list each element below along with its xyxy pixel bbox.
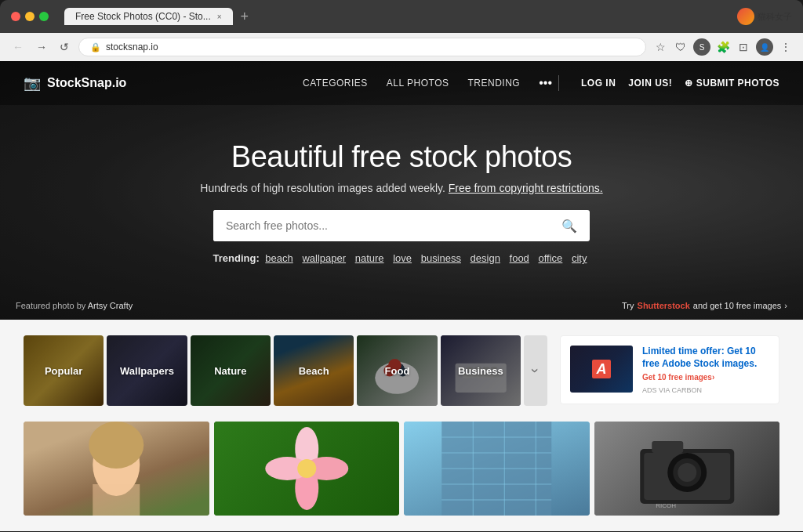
trending-office[interactable]: office bbox=[538, 252, 562, 264]
adobe-letter: A bbox=[597, 361, 607, 378]
categories-wrapper: Popular Wallpapers Nature bbox=[24, 335, 547, 422]
copyright-link[interactable]: Free from copyright restrictions. bbox=[449, 182, 603, 194]
website-content: 📷 StockSnap.io CATEGORIES ALL PHOTOS TRE… bbox=[0, 61, 803, 531]
search-input[interactable] bbox=[213, 210, 549, 241]
nav-all-photos[interactable]: ALL PHOTOS bbox=[387, 78, 449, 89]
join-button[interactable]: JOIN US! bbox=[628, 78, 672, 89]
photo-item-flower[interactable] bbox=[214, 422, 400, 516]
category-food-overlay: Food bbox=[357, 335, 437, 406]
nav-more-dots[interactable]: ••• bbox=[539, 76, 552, 90]
traffic-lights bbox=[11, 12, 49, 21]
trending-wallpaper[interactable]: wallpaper bbox=[302, 252, 346, 264]
hero-title: Beautiful free stock photos bbox=[200, 140, 602, 174]
category-nature-label: Nature bbox=[214, 365, 246, 377]
ad-label: ADS VIA CARBON bbox=[642, 386, 769, 394]
trending-love[interactable]: love bbox=[393, 252, 412, 264]
submit-photos-button[interactable]: ⊕ SUBMIT PHOTOS bbox=[685, 78, 779, 89]
browser-actions: ☆ 🛡 S 🧩 ⊡ 👤 ⋮ bbox=[652, 38, 794, 56]
hero-subtitle-text: Hundreds of high resolution images added… bbox=[200, 182, 445, 194]
trending-food[interactable]: food bbox=[510, 252, 529, 264]
svg-point-34 bbox=[678, 463, 696, 482]
bookmark-icon[interactable]: ☆ bbox=[652, 41, 668, 53]
category-beach-label: Beach bbox=[299, 365, 329, 377]
tab-close-button[interactable]: × bbox=[217, 13, 222, 21]
shutterstock-brand: Shutterstock bbox=[638, 301, 690, 310]
category-food[interactable]: Food bbox=[357, 335, 437, 406]
categories-section: Popular Wallpapers Nature bbox=[24, 335, 547, 406]
category-food-label: Food bbox=[385, 365, 410, 377]
category-popular-label: Popular bbox=[45, 365, 82, 377]
category-nature[interactable]: Nature bbox=[191, 335, 271, 406]
site-navigation: CATEGORIES ALL PHOTOS TRENDING ••• bbox=[303, 76, 552, 90]
profile-picture bbox=[737, 8, 754, 25]
refresh-button[interactable]: ↺ bbox=[56, 39, 72, 55]
svg-point-13 bbox=[89, 422, 144, 469]
new-tab-button[interactable]: + bbox=[238, 9, 253, 25]
try-offer[interactable]: Try Shutterstock and get 10 free images … bbox=[622, 301, 787, 310]
category-wallpapers[interactable]: Wallpapers bbox=[107, 335, 187, 406]
close-window-button[interactable] bbox=[11, 12, 20, 21]
search-bar: 🔍 bbox=[213, 210, 590, 241]
trending-business[interactable]: business bbox=[421, 252, 461, 264]
site-header: 📷 StockSnap.io CATEGORIES ALL PHOTOS TRE… bbox=[0, 61, 803, 105]
security-lock-icon: 🔒 bbox=[90, 42, 101, 52]
extensions-icon[interactable]: 🧩 bbox=[715, 41, 731, 53]
account-avatar[interactable]: 👤 bbox=[756, 38, 773, 56]
login-button[interactable]: LOG IN bbox=[581, 78, 616, 89]
active-tab[interactable]: Free Stock Photos (CC0) - Sto... × bbox=[64, 8, 233, 25]
more-categories-button[interactable]: › bbox=[524, 335, 547, 406]
photo-item-building[interactable] bbox=[404, 422, 590, 516]
maximize-window-button[interactable] bbox=[39, 12, 49, 21]
try-suffix: and get 10 free images bbox=[693, 301, 782, 310]
forward-button[interactable]: → bbox=[33, 39, 50, 55]
category-business-overlay: Business bbox=[441, 335, 521, 406]
nav-right: LOG IN JOIN US! ⊕ SUBMIT PHOTOS bbox=[581, 78, 779, 89]
ad-image-inner: A bbox=[570, 346, 633, 393]
category-wallpapers-label: Wallpapers bbox=[120, 365, 174, 377]
hero-content: Beautiful free stock photos Hundreds of … bbox=[200, 117, 602, 264]
cast-icon[interactable]: ⊡ bbox=[736, 41, 751, 53]
browser-toolbar: ← → ↺ 🔒 stocksnap.io ☆ 🛡 S 🧩 ⊡ 👤 ⋮ bbox=[0, 33, 803, 61]
ad-title[interactable]: Limited time offer: Get 10 free Adobe St… bbox=[642, 346, 769, 370]
search-button[interactable]: 🔍 bbox=[549, 210, 590, 241]
category-popular-overlay: Popular bbox=[24, 335, 104, 406]
ad-cta-link[interactable]: Get 10 free images› bbox=[642, 373, 769, 382]
menu-icon[interactable]: ⋮ bbox=[778, 41, 794, 53]
nav-trending[interactable]: TRENDING bbox=[468, 78, 521, 89]
back-button[interactable]: ← bbox=[9, 39, 27, 55]
shield-icon[interactable]: 🛡 bbox=[673, 41, 689, 53]
tab-title: Free Stock Photos (CC0) - Sto... bbox=[75, 11, 211, 22]
trending-beach[interactable]: beach bbox=[265, 252, 292, 264]
photo-item-woman[interactable] bbox=[24, 422, 209, 516]
trending-label: Trending: bbox=[213, 252, 260, 264]
camera-icon: 📷 bbox=[24, 74, 41, 92]
trending-city[interactable]: city bbox=[572, 252, 587, 264]
category-beach[interactable]: Beach bbox=[274, 335, 354, 406]
hero-section: 📷 StockSnap.io CATEGORIES ALL PHOTOS TRE… bbox=[0, 61, 803, 320]
category-business-label: Business bbox=[458, 365, 503, 377]
featured-author-link[interactable]: Artsy Crafty bbox=[88, 301, 133, 310]
photo-item-camera[interactable]: RICOH bbox=[594, 422, 780, 516]
svg-rect-14 bbox=[93, 484, 140, 516]
category-nature-overlay: Nature bbox=[191, 335, 271, 406]
site-logo[interactable]: 📷 StockSnap.io bbox=[24, 74, 126, 92]
browser-window: Free Stock Photos (CC0) - Sto... × + 猫科女… bbox=[0, 0, 803, 531]
tab-bar: Free Stock Photos (CC0) - Sto... × + bbox=[64, 8, 729, 25]
user-avatar[interactable]: S bbox=[693, 38, 710, 56]
try-arrow-icon: › bbox=[784, 301, 787, 310]
minimize-window-button[interactable] bbox=[25, 12, 35, 21]
svg-point-20 bbox=[297, 459, 316, 478]
trending-nature[interactable]: nature bbox=[355, 252, 384, 264]
hero-footer: Featured photo by Artsy Crafty Try Shutt… bbox=[0, 301, 803, 310]
featured-photo-credit: Featured photo by Artsy Crafty bbox=[16, 301, 133, 310]
adobe-logo-icon: A bbox=[592, 360, 611, 378]
ad-text: Limited time offer: Get 10 free Adobe St… bbox=[642, 346, 769, 394]
address-bar[interactable]: 🔒 stocksnap.io bbox=[78, 38, 646, 56]
category-business[interactable]: Business bbox=[441, 335, 521, 406]
category-popular[interactable]: Popular bbox=[24, 335, 104, 406]
trending-design[interactable]: design bbox=[471, 252, 500, 264]
nav-categories[interactable]: CATEGORIES bbox=[303, 78, 368, 89]
top-section: Popular Wallpapers Nature bbox=[24, 335, 779, 422]
profile-badge: 猫科女子 bbox=[737, 8, 792, 25]
svg-text:RICOH: RICOH bbox=[656, 502, 676, 509]
